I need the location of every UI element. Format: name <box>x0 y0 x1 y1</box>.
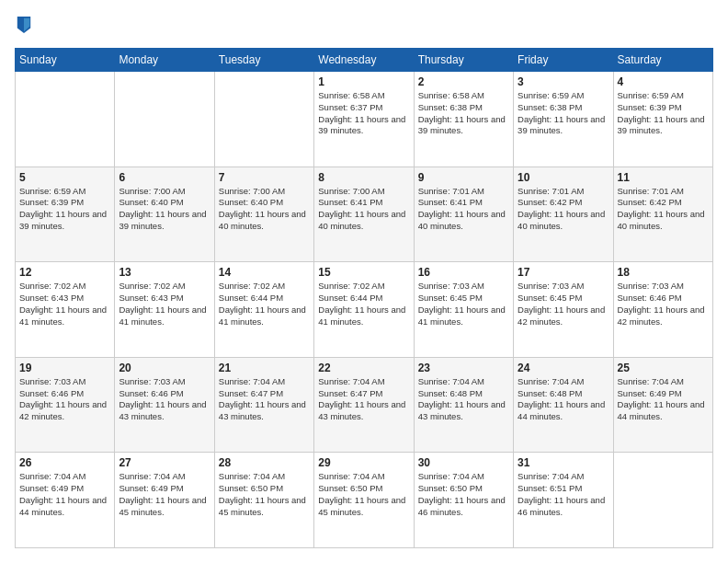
day-cell: 18Sunrise: 7:03 AMSunset: 6:46 PMDayligh… <box>613 262 712 358</box>
day-number: 29 <box>318 456 409 469</box>
day-cell: 13Sunrise: 7:02 AMSunset: 6:43 PMDayligh… <box>115 262 214 358</box>
weekday-header-friday: Friday <box>514 49 613 72</box>
day-info: Sunrise: 7:04 AMSunset: 6:48 PMDaylight:… <box>518 376 609 423</box>
day-info: Sunrise: 7:04 AMSunset: 6:47 PMDaylight:… <box>219 376 310 423</box>
day-cell: 12Sunrise: 7:02 AMSunset: 6:43 PMDayligh… <box>16 262 115 358</box>
day-number: 17 <box>518 266 609 279</box>
day-cell: 14Sunrise: 7:02 AMSunset: 6:44 PMDayligh… <box>214 262 313 358</box>
day-info: Sunrise: 7:00 AMSunset: 6:41 PMDaylight:… <box>318 186 409 233</box>
day-number: 3 <box>518 75 609 88</box>
logo-icon <box>16 15 32 35</box>
day-info: Sunrise: 7:02 AMSunset: 6:43 PMDaylight:… <box>119 281 210 327</box>
day-info: Sunrise: 7:04 AMSunset: 6:49 PMDaylight:… <box>119 471 210 518</box>
page: SundayMondayTuesdayWednesdayThursdayFrid… <box>0 0 728 563</box>
day-number: 18 <box>618 266 709 279</box>
day-cell: 20Sunrise: 7:03 AMSunset: 6:46 PMDayligh… <box>115 357 214 453</box>
day-info: Sunrise: 7:04 AMSunset: 6:49 PMDaylight:… <box>19 471 110 518</box>
weekday-header-tuesday: Tuesday <box>214 49 313 72</box>
header <box>15 15 713 39</box>
day-number: 16 <box>418 266 509 279</box>
day-number: 12 <box>19 266 110 279</box>
weekday-header-row: SundayMondayTuesdayWednesdayThursdayFrid… <box>16 49 713 72</box>
day-cell: 24Sunrise: 7:04 AMSunset: 6:48 PMDayligh… <box>514 357 613 453</box>
day-cell: 21Sunrise: 7:04 AMSunset: 6:47 PMDayligh… <box>214 357 313 453</box>
day-cell: 4Sunrise: 6:59 AMSunset: 6:39 PMDaylight… <box>613 72 712 167</box>
day-info: Sunrise: 7:02 AMSunset: 6:44 PMDaylight:… <box>219 281 310 327</box>
day-number: 31 <box>518 456 609 469</box>
day-info: Sunrise: 7:03 AMSunset: 6:46 PMDaylight:… <box>119 376 210 423</box>
day-cell: 7Sunrise: 7:00 AMSunset: 6:40 PMDaylight… <box>214 167 313 262</box>
day-cell: 25Sunrise: 7:04 AMSunset: 6:49 PMDayligh… <box>613 357 712 453</box>
day-cell <box>115 72 214 167</box>
day-number: 5 <box>19 171 110 184</box>
day-number: 25 <box>618 362 709 374</box>
day-info: Sunrise: 6:59 AMSunset: 6:39 PMDaylight:… <box>618 90 709 137</box>
day-number: 19 <box>19 362 110 374</box>
day-cell: 9Sunrise: 7:01 AMSunset: 6:41 PMDaylight… <box>414 167 513 262</box>
weekday-header-wednesday: Wednesday <box>314 49 414 72</box>
day-number: 22 <box>318 362 409 374</box>
day-cell: 27Sunrise: 7:04 AMSunset: 6:49 PMDayligh… <box>115 453 214 548</box>
day-cell: 10Sunrise: 7:01 AMSunset: 6:42 PMDayligh… <box>514 167 613 262</box>
day-info: Sunrise: 7:03 AMSunset: 6:45 PMDaylight:… <box>418 281 509 327</box>
day-number: 1 <box>318 75 409 88</box>
day-info: Sunrise: 7:04 AMSunset: 6:50 PMDaylight:… <box>318 471 409 518</box>
day-cell: 19Sunrise: 7:03 AMSunset: 6:46 PMDayligh… <box>16 357 115 453</box>
week-row-1: 1Sunrise: 6:58 AMSunset: 6:37 PMDaylight… <box>16 72 713 167</box>
day-number: 4 <box>618 75 709 88</box>
day-number: 9 <box>418 171 509 184</box>
day-info: Sunrise: 6:59 AMSunset: 6:38 PMDaylight:… <box>518 90 609 137</box>
day-info: Sunrise: 7:03 AMSunset: 6:46 PMDaylight:… <box>19 376 110 423</box>
day-number: 7 <box>219 171 310 184</box>
day-info: Sunrise: 7:04 AMSunset: 6:48 PMDaylight:… <box>418 376 509 423</box>
day-info: Sunrise: 7:04 AMSunset: 6:49 PMDaylight:… <box>618 376 709 423</box>
logo <box>15 15 32 39</box>
day-info: Sunrise: 6:58 AMSunset: 6:37 PMDaylight:… <box>318 90 409 137</box>
day-number: 15 <box>318 266 409 279</box>
day-info: Sunrise: 7:04 AMSunset: 6:50 PMDaylight:… <box>418 471 509 518</box>
day-number: 23 <box>418 362 509 374</box>
day-info: Sunrise: 7:04 AMSunset: 6:47 PMDaylight:… <box>318 376 409 423</box>
day-cell: 29Sunrise: 7:04 AMSunset: 6:50 PMDayligh… <box>314 453 414 548</box>
week-row-5: 26Sunrise: 7:04 AMSunset: 6:49 PMDayligh… <box>16 453 713 548</box>
day-cell: 16Sunrise: 7:03 AMSunset: 6:45 PMDayligh… <box>414 262 513 358</box>
day-info: Sunrise: 7:04 AMSunset: 6:50 PMDaylight:… <box>219 471 310 518</box>
day-info: Sunrise: 7:03 AMSunset: 6:45 PMDaylight:… <box>518 281 609 327</box>
day-info: Sunrise: 7:01 AMSunset: 6:42 PMDaylight:… <box>618 186 709 233</box>
day-cell: 30Sunrise: 7:04 AMSunset: 6:50 PMDayligh… <box>414 453 513 548</box>
day-number: 2 <box>418 75 509 88</box>
day-info: Sunrise: 7:04 AMSunset: 6:51 PMDaylight:… <box>518 471 609 518</box>
week-row-3: 12Sunrise: 7:02 AMSunset: 6:43 PMDayligh… <box>16 262 713 358</box>
day-info: Sunrise: 7:01 AMSunset: 6:42 PMDaylight:… <box>518 186 609 233</box>
day-info: Sunrise: 7:00 AMSunset: 6:40 PMDaylight:… <box>119 186 210 233</box>
day-number: 10 <box>518 171 609 184</box>
day-number: 24 <box>518 362 609 374</box>
day-number: 8 <box>318 171 409 184</box>
day-cell: 2Sunrise: 6:58 AMSunset: 6:38 PMDaylight… <box>414 72 513 167</box>
day-info: Sunrise: 7:01 AMSunset: 6:41 PMDaylight:… <box>418 186 509 233</box>
day-number: 14 <box>219 266 310 279</box>
day-number: 13 <box>119 266 210 279</box>
week-row-2: 5Sunrise: 6:59 AMSunset: 6:39 PMDaylight… <box>16 167 713 262</box>
week-row-4: 19Sunrise: 7:03 AMSunset: 6:46 PMDayligh… <box>16 357 713 453</box>
day-number: 11 <box>618 171 709 184</box>
day-cell: 6Sunrise: 7:00 AMSunset: 6:40 PMDaylight… <box>115 167 214 262</box>
day-cell: 22Sunrise: 7:04 AMSunset: 6:47 PMDayligh… <box>314 357 414 453</box>
day-cell: 11Sunrise: 7:01 AMSunset: 6:42 PMDayligh… <box>613 167 712 262</box>
day-number: 30 <box>418 456 509 469</box>
day-info: Sunrise: 7:00 AMSunset: 6:40 PMDaylight:… <box>219 186 310 233</box>
day-number: 26 <box>19 456 110 469</box>
day-cell: 23Sunrise: 7:04 AMSunset: 6:48 PMDayligh… <box>414 357 513 453</box>
calendar-table: SundayMondayTuesdayWednesdayThursdayFrid… <box>15 48 713 548</box>
day-cell: 3Sunrise: 6:59 AMSunset: 6:38 PMDaylight… <box>514 72 613 167</box>
day-info: Sunrise: 6:58 AMSunset: 6:38 PMDaylight:… <box>418 90 509 137</box>
weekday-header-thursday: Thursday <box>414 49 513 72</box>
weekday-header-saturday: Saturday <box>613 49 712 72</box>
day-cell: 28Sunrise: 7:04 AMSunset: 6:50 PMDayligh… <box>214 453 313 548</box>
day-cell <box>613 453 712 548</box>
day-cell: 8Sunrise: 7:00 AMSunset: 6:41 PMDaylight… <box>314 167 414 262</box>
day-info: Sunrise: 7:03 AMSunset: 6:46 PMDaylight:… <box>618 281 709 327</box>
day-cell <box>214 72 313 167</box>
day-info: Sunrise: 7:02 AMSunset: 6:44 PMDaylight:… <box>318 281 409 327</box>
day-number: 6 <box>119 171 210 184</box>
